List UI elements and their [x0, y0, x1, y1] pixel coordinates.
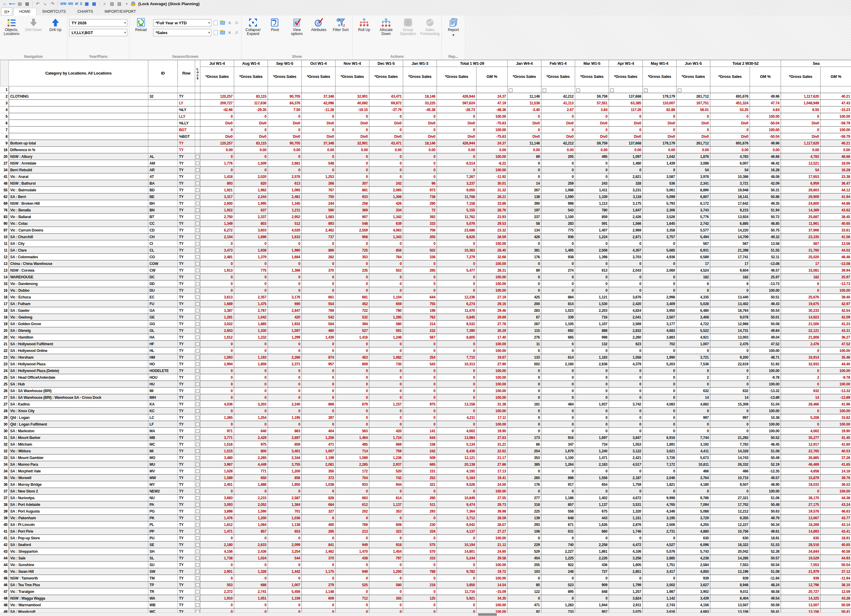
value-cell[interactable]: 49.79: [750, 515, 781, 522]
value-cell[interactable]: 1,100: [541, 214, 575, 220]
gross-sales-subheader[interactable]: *Gross Sales: [609, 67, 643, 86]
period-column-header[interactable]: Mar W1-5: [575, 60, 609, 67]
value-cell[interactable]: 466: [710, 468, 750, 475]
row-type-label[interactable]: TY: [178, 408, 195, 414]
value-cell[interactable]: 100.00: [477, 535, 508, 541]
month-lock-checkbox[interactable]: [576, 88, 580, 92]
value-cell[interactable]: 158: [403, 441, 437, 448]
value-cell[interactable]: 1,995: [234, 200, 268, 207]
value-cell[interactable]: 115: [508, 327, 541, 334]
value-cell[interactable]: 2,994: [200, 361, 234, 367]
value-cell[interactable]: 495: [575, 153, 609, 160]
value-cell[interactable]: 100.00: [477, 348, 508, 354]
tab-home[interactable]: HOME: [14, 8, 36, 15]
value-cell[interactable]: 279: [302, 582, 335, 588]
value-cell[interactable]: 1,345: [268, 200, 302, 207]
value-cell[interactable]: 1,117,620: [781, 93, 821, 100]
lock-cell[interactable]: [195, 173, 200, 180]
value-cell[interactable]: -13.32: [821, 388, 851, 394]
row-type-label[interactable]: TY: [178, 274, 195, 280]
value-cell[interactable]: 0: [200, 127, 234, 133]
row-number[interactable]: 32: [0, 448, 9, 454]
value-cell[interactable]: 536: [643, 180, 677, 187]
screen-select[interactable]: *Sales▾: [153, 29, 211, 36]
value-cell[interactable]: 51.55: [750, 247, 781, 254]
value-cell[interactable]: 43.62: [821, 207, 851, 214]
value-cell[interactable]: 25,687: [781, 214, 821, 220]
value-cell[interactable]: 2,052: [234, 501, 268, 508]
lock-cell[interactable]: [195, 153, 200, 160]
value-cell[interactable]: 1,454: [369, 548, 403, 555]
lock-cell[interactable]: [195, 394, 200, 401]
value-cell[interactable]: 2,741: [234, 588, 268, 595]
value-cell[interactable]: 1,751: [643, 562, 677, 568]
value-cell[interactable]: 9,655: [437, 187, 477, 193]
value-cell[interactable]: 42.97: [821, 301, 851, 307]
value-cell[interactable]: 172: [335, 468, 369, 475]
location-id[interactable]: BA: [148, 180, 178, 187]
value-cell[interactable]: 5,673: [677, 454, 710, 461]
value-cell[interactable]: 40.65: [821, 220, 851, 227]
row-number[interactable]: 15: [0, 280, 9, 287]
value-cell[interactable]: 0: [609, 274, 643, 280]
value-cell[interactable]: 5,494: [677, 234, 710, 240]
value-cell[interactable]: Div0: [710, 133, 750, 140]
value-cell[interactable]: 51.06: [750, 495, 781, 501]
value-cell[interactable]: 1,876: [677, 153, 710, 160]
row-type-label[interactable]: TY: [178, 475, 195, 481]
value-cell[interactable]: 13,440: [710, 294, 750, 301]
value-cell[interactable]: 0: [200, 274, 234, 280]
value-cell[interactable]: [781, 86, 821, 93]
value-cell[interactable]: 1,157: [369, 401, 403, 408]
value-cell[interactable]: Div0: [677, 120, 710, 127]
value-cell[interactable]: 0: [575, 367, 609, 374]
location-id[interactable]: PK: [148, 515, 178, 522]
value-cell[interactable]: 16.28: [821, 167, 851, 173]
value-cell[interactable]: 661: [302, 294, 335, 301]
value-cell[interactable]: 27.27: [477, 528, 508, 535]
value-cell[interactable]: 120,257: [200, 140, 234, 147]
value-cell[interactable]: 9,786: [677, 495, 710, 501]
value-cell[interactable]: 2,633: [234, 541, 268, 548]
value-cell[interactable]: 39.40: [821, 294, 851, 301]
location-id[interactable]: BN: [148, 207, 178, 214]
value-cell[interactable]: 3,480: [200, 454, 234, 461]
value-cell[interactable]: [541, 86, 575, 93]
value-cell[interactable]: 321: [403, 481, 437, 488]
value-cell[interactable]: 100.00: [750, 428, 781, 435]
value-cell[interactable]: 7,094: [677, 501, 710, 508]
value-cell[interactable]: 0: [508, 595, 541, 602]
value-cell[interactable]: 0: [609, 381, 643, 388]
row-number[interactable]: 16: [0, 294, 9, 301]
value-cell[interactable]: 43.28: [821, 595, 851, 602]
row-type-label[interactable]: TY: [178, 575, 195, 582]
value-cell[interactable]: Div0: [541, 133, 575, 140]
value-cell[interactable]: 3,721: [677, 354, 710, 361]
value-cell[interactable]: 0: [200, 113, 234, 120]
value-cell[interactable]: 48.71: [750, 354, 781, 361]
value-cell[interactable]: 14,731: [710, 327, 750, 334]
value-cell[interactable]: 10,363: [437, 247, 477, 254]
location-id[interactable]: HM: [148, 354, 178, 361]
period-column-header[interactable]: Oct W1-4: [302, 60, 335, 67]
value-cell[interactable]: 7,553: [781, 562, 821, 568]
value-cell[interactable]: 4,658: [781, 468, 821, 475]
value-cell[interactable]: 11: [508, 341, 541, 348]
value-cell[interactable]: 0: [403, 167, 437, 173]
value-cell[interactable]: 0: [234, 367, 268, 374]
location-id[interactable]: KC: [148, 408, 178, 414]
value-cell[interactable]: 27.86: [477, 461, 508, 468]
value-cell[interactable]: 0: [403, 381, 437, 388]
location-name[interactable]: SA : Glenelg: [9, 327, 148, 334]
value-cell[interactable]: 100.00: [750, 348, 781, 354]
location-name[interactable]: SA : Hollywood Fulfilment: [9, 341, 148, 348]
value-cell[interactable]: 19,576: [781, 508, 821, 515]
row-type-label[interactable]: TY: [178, 147, 195, 153]
location-name[interactable]: Vic : Bairnsdale: [9, 187, 148, 193]
value-cell[interactable]: 4,882: [677, 401, 710, 408]
value-cell[interactable]: 1,612: [200, 334, 234, 341]
location-name[interactable]: Vic : Knox City: [9, 408, 148, 414]
value-cell[interactable]: 19,529: [781, 555, 821, 562]
location-name[interactable]: SA : Colonnades: [9, 254, 148, 261]
value-cell[interactable]: 50.31: [750, 187, 781, 193]
